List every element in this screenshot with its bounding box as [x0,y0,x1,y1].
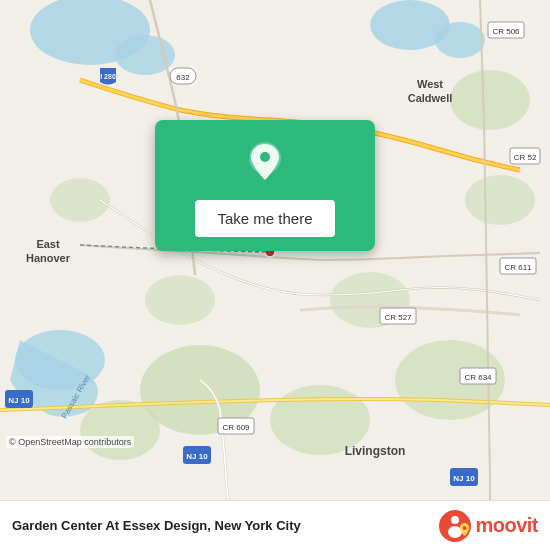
svg-point-13 [465,175,535,225]
svg-text:Caldwell: Caldwell [408,92,453,104]
svg-point-49 [451,516,459,524]
svg-text:632: 632 [176,73,190,82]
bottom-bar: Garden Center At Essex Design, New York … [0,500,550,550]
location-card: Take me there [155,120,375,251]
svg-text:NJ 10: NJ 10 [453,474,475,483]
svg-text:East: East [36,238,60,250]
map-container: NJ 10 NJ 10 NJ 10 I 280 CR 506 632 CR 61… [0,0,550,500]
svg-text:CR 634: CR 634 [464,373,492,382]
svg-text:CR 609: CR 609 [222,423,250,432]
svg-text:CR 611: CR 611 [504,263,532,272]
svg-text:NJ 10: NJ 10 [8,396,30,405]
svg-point-7 [80,400,160,460]
moovit-icon-svg [439,510,471,542]
svg-text:West: West [417,78,443,90]
svg-point-11 [145,275,215,325]
svg-point-51 [463,526,467,530]
svg-text:NJ 10: NJ 10 [186,452,208,461]
pin-icon-wrapper [241,138,289,190]
svg-text:Hanover: Hanover [26,252,71,264]
location-pin-icon [241,138,289,186]
svg-text:CR 52: CR 52 [514,153,537,162]
svg-text:I 280: I 280 [100,73,116,80]
svg-text:Livingston: Livingston [345,444,406,458]
osm-credit: © OpenStreetMap contributors [6,436,134,448]
take-me-there-button[interactable]: Take me there [195,200,334,237]
svg-point-14 [450,70,530,130]
svg-text:CR 506: CR 506 [492,27,520,36]
svg-text:CR 527: CR 527 [384,313,412,322]
place-title: Garden Center At Essex Design, New York … [12,518,301,533]
svg-point-4 [435,22,485,58]
svg-point-50 [448,526,462,538]
moovit-text: moovit [475,514,538,537]
moovit-logo: moovit [439,510,538,542]
bottom-left: Garden Center At Essex Design, New York … [12,518,301,533]
svg-point-47 [260,152,270,162]
